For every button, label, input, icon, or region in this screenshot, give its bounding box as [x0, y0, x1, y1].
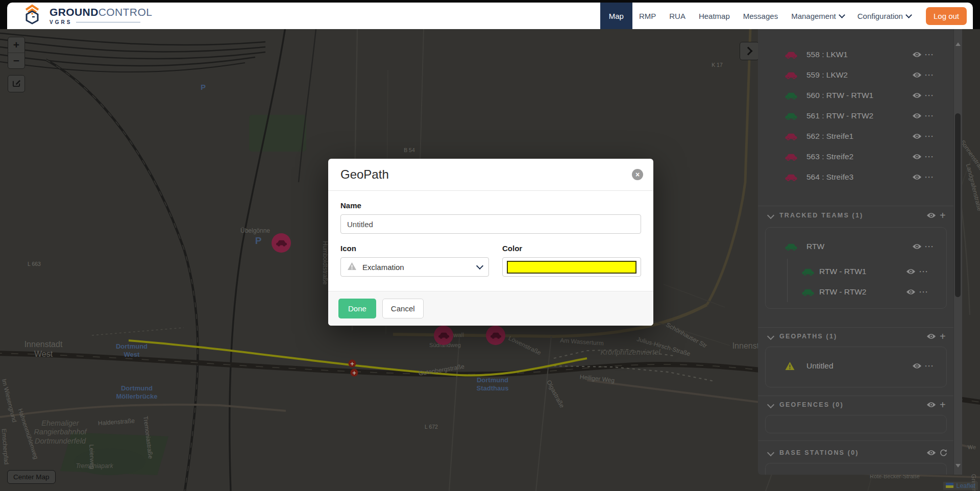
eye-icon[interactable]	[912, 133, 922, 140]
vehicle-row[interactable]: 563 : Streife2⋯	[758, 146, 954, 167]
leaflet-link[interactable]: Leaflet	[956, 482, 975, 489]
vehicle-row[interactable]: 562 : Streife1⋯	[758, 126, 954, 146]
more-options-button[interactable]: ⋯	[924, 171, 934, 183]
more-options-button[interactable]: ⋯	[924, 49, 934, 60]
section-header-base-stations[interactable]: BASE STATIONS (0)	[758, 446, 954, 459]
color-swatch	[507, 261, 636, 274]
eye-icon[interactable]	[912, 72, 922, 79]
more-options-button[interactable]: ⋯	[924, 69, 934, 81]
icon-select[interactable]: Exclamation	[340, 257, 489, 277]
chevron-down-icon	[476, 262, 483, 269]
vehicle-marker[interactable]	[434, 326, 453, 345]
done-button[interactable]: Done	[338, 299, 376, 318]
warning-triangle-icon	[347, 262, 357, 273]
ukraine-flag-icon	[946, 482, 953, 489]
nav-item-rmp[interactable]: RMP	[632, 3, 663, 29]
scroll-up-arrow[interactable]	[955, 42, 961, 46]
eye-icon[interactable]	[912, 92, 922, 99]
team-member-row[interactable]: RTW - RTW1 ⋯	[758, 261, 954, 282]
eye-icon[interactable]	[912, 113, 922, 119]
sidebar-scrollbar[interactable]	[953, 29, 962, 475]
eye-icon[interactable]	[912, 174, 922, 181]
eye-icon[interactable]	[926, 333, 936, 340]
eye-icon[interactable]	[926, 212, 936, 219]
more-options-button[interactable]: ⋯	[924, 90, 934, 101]
nav-item-heatmap[interactable]: Heatmap	[692, 3, 737, 29]
eye-icon[interactable]	[926, 450, 936, 456]
geopath-dialog: GeoPath × Name Icon	[328, 159, 653, 326]
vehicle-row[interactable]: 561 : RTW - RTW2⋯	[758, 106, 954, 126]
section-header-tracked-teams[interactable]: TRACKED TEAMS (1) +	[758, 209, 954, 222]
section-header-geopaths[interactable]: GEOPATHS (1) +	[758, 330, 954, 343]
vehicle-row[interactable]: 564 : Streife3⋯	[758, 167, 954, 187]
more-options-button[interactable]: ⋯	[919, 286, 928, 298]
eye-icon[interactable]	[912, 243, 922, 250]
nav-item-management[interactable]: Management	[785, 3, 851, 29]
car-icon	[785, 242, 798, 251]
scroll-down-arrow[interactable]	[955, 464, 961, 468]
layers-sidebar: 558 : LKW1⋯559 : LKW2⋯560 : RTW - RTW1⋯5…	[758, 29, 962, 475]
refresh-base-stations-button[interactable]	[940, 449, 947, 457]
eye-icon[interactable]	[912, 52, 922, 58]
vehicle-row[interactable]: 559 : LKW2⋯	[758, 65, 954, 85]
nav-item-configuration[interactable]: Configuration	[851, 3, 918, 29]
chevron-down-icon[interactable]	[767, 212, 774, 219]
vehicle-row[interactable]: 558 : LKW1⋯	[758, 44, 954, 65]
close-icon[interactable]: ×	[632, 169, 643, 180]
more-options-button[interactable]: ⋯	[919, 266, 928, 277]
chevron-down-icon	[905, 12, 912, 18]
brand-sub-label: VGRS	[50, 19, 72, 25]
vehicle-label: 560 : RTW - RTW1	[806, 91, 873, 100]
vehicle-marker[interactable]	[272, 233, 291, 253]
center-map-button[interactable]: Center Map	[7, 470, 56, 484]
chevron-down-icon[interactable]	[767, 449, 774, 456]
more-options-button[interactable]: ⋯	[924, 241, 934, 252]
brand-logo[interactable]: GROUNDCONTROL VGRS	[7, 3, 140, 29]
zoom-in-button[interactable]: +	[8, 37, 24, 53]
team-member-row[interactable]: RTW - RTW2 ⋯	[758, 282, 954, 302]
cancel-button[interactable]: Cancel	[382, 299, 424, 318]
brand-name-bold: GROUND	[50, 6, 99, 18]
chevron-down-icon[interactable]	[767, 333, 774, 340]
eye-icon[interactable]	[906, 289, 916, 296]
section-header-geofences[interactable]: GEOFENCES (0) +	[758, 398, 954, 411]
vehicle-marker[interactable]	[486, 326, 505, 345]
edit-geometry-button[interactable]	[8, 75, 25, 92]
color-picker[interactable]	[502, 257, 641, 277]
vehicle-label: 563 : Streife2	[806, 152, 853, 161]
medical-marker[interactable]: +	[349, 360, 356, 367]
zoom-out-button[interactable]: −	[8, 53, 24, 68]
car-icon	[785, 173, 798, 182]
eye-icon[interactable]	[906, 268, 916, 275]
more-options-button[interactable]: ⋯	[924, 131, 934, 142]
eye-icon[interactable]	[926, 402, 936, 408]
section-title: TRACKED TEAMS (1)	[779, 212, 863, 219]
section-divider	[758, 206, 962, 206]
base-station-card-empty	[765, 463, 947, 475]
map-canvas[interactable]: Innenstadt WestDortmund WestEhemaliger R…	[0, 29, 980, 491]
nav-item-label: Management	[791, 12, 836, 20]
vehicle-row[interactable]: 560 : RTW - RTW1⋯	[758, 85, 954, 106]
more-options-button[interactable]: ⋯	[924, 110, 934, 121]
vehicle-label: 564 : Streife3	[806, 173, 853, 182]
more-options-button[interactable]: ⋯	[924, 151, 934, 162]
logout-button[interactable]: Log out	[926, 7, 967, 25]
eye-icon[interactable]	[912, 363, 922, 370]
more-options-button[interactable]: ⋯	[924, 360, 934, 372]
section-title: GEOFENCES (0)	[779, 401, 844, 408]
brand-rule	[76, 22, 140, 22]
scrollbar-thumb[interactable]	[955, 113, 961, 297]
car-icon	[785, 132, 798, 141]
chevron-down-icon[interactable]	[767, 401, 774, 408]
team-row[interactable]: RTW ⋯	[758, 236, 954, 257]
medical-marker[interactable]: +	[351, 369, 358, 377]
nav-item-messages[interactable]: Messages	[737, 3, 785, 29]
nav-item-map[interactable]: Map	[600, 3, 632, 29]
nav-item-rua[interactable]: RUA	[663, 3, 692, 29]
icon-label: Icon	[340, 244, 489, 253]
sidebar-collapse-button[interactable]	[740, 42, 759, 60]
name-input[interactable]	[340, 214, 641, 234]
color-label: Color	[502, 244, 641, 253]
geopath-row[interactable]: Untitled ⋯	[758, 356, 954, 376]
eye-icon[interactable]	[912, 154, 922, 160]
